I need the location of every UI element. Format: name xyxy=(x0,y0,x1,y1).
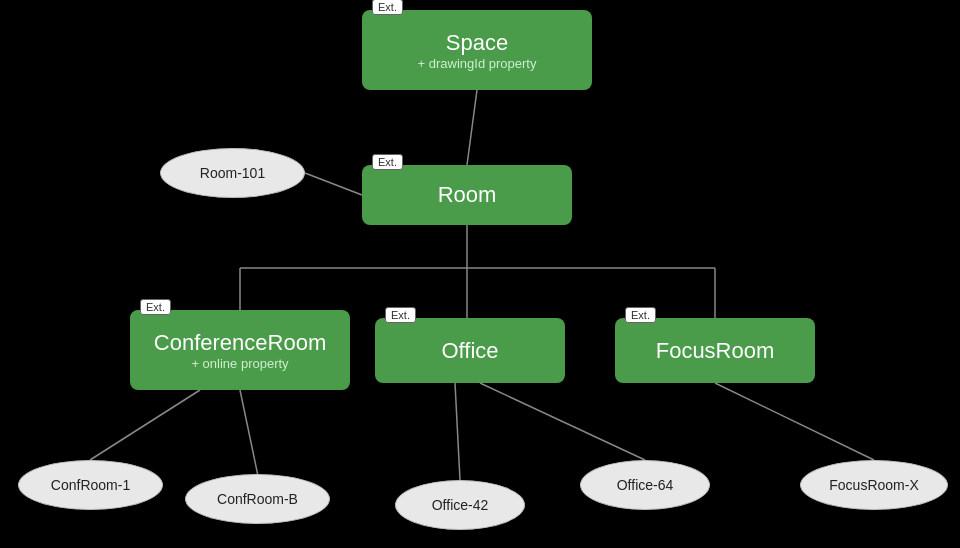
focusroomX-label: FocusRoom-X xyxy=(829,477,918,493)
focusroom-ext-badge: Ext. xyxy=(625,307,656,323)
office42-label: Office-42 xyxy=(432,497,489,513)
room101-label: Room-101 xyxy=(200,165,265,181)
office64-label: Office-64 xyxy=(617,477,674,493)
space-title: Space xyxy=(446,30,508,56)
svg-line-6 xyxy=(305,173,362,195)
space-sub: + drawingId property xyxy=(418,56,537,71)
room101-ellipse: Room-101 xyxy=(160,148,305,198)
office-ext-badge: Ext. xyxy=(385,307,416,323)
conferenceroom-title: ConferenceRoom xyxy=(154,330,326,356)
svg-line-8 xyxy=(240,390,258,476)
office-title: Office xyxy=(441,338,498,364)
space-box: Ext. Space + drawingId property xyxy=(362,10,592,90)
office-box: Ext. Office xyxy=(375,318,565,383)
confroom1-ellipse: ConfRoom-1 xyxy=(18,460,163,510)
office64-ellipse: Office-64 xyxy=(580,460,710,510)
svg-line-0 xyxy=(467,90,477,165)
confroom1-label: ConfRoom-1 xyxy=(51,477,130,493)
svg-line-10 xyxy=(480,383,645,460)
conferenceroom-sub: + online property xyxy=(191,356,288,371)
confroomB-ellipse: ConfRoom-B xyxy=(185,474,330,524)
svg-line-9 xyxy=(455,383,460,480)
svg-line-7 xyxy=(90,390,200,460)
space-ext-badge: Ext. xyxy=(372,0,403,15)
diagram-container: Ext. Space + drawingId property Ext. Roo… xyxy=(0,0,960,548)
room-title: Room xyxy=(438,182,497,208)
conferenceroom-box: Ext. ConferenceRoom + online property xyxy=(130,310,350,390)
focusroomX-ellipse: FocusRoom-X xyxy=(800,460,948,510)
confroomB-label: ConfRoom-B xyxy=(217,491,298,507)
svg-line-11 xyxy=(715,383,874,460)
room-box: Ext. Room xyxy=(362,165,572,225)
focusroom-title: FocusRoom xyxy=(656,338,775,364)
office42-ellipse: Office-42 xyxy=(395,480,525,530)
focusroom-box: Ext. FocusRoom xyxy=(615,318,815,383)
conferenceroom-ext-badge: Ext. xyxy=(140,299,171,315)
room-ext-badge: Ext. xyxy=(372,154,403,170)
